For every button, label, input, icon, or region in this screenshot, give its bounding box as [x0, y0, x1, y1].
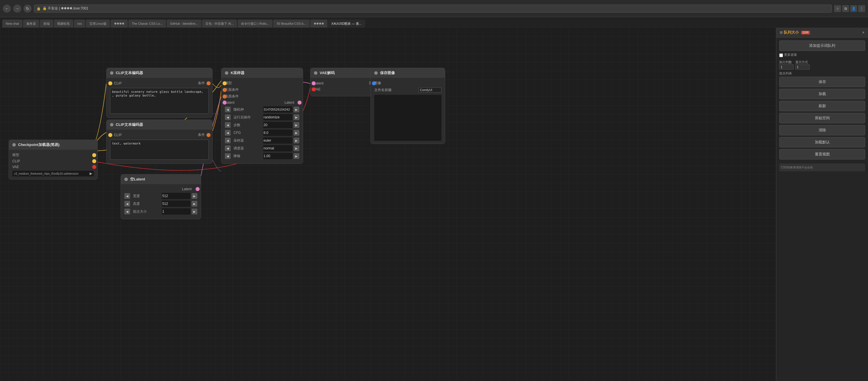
- width-dec-btn[interactable]: ◀: [124, 193, 130, 199]
- cfg-dec-btn[interactable]: ◀: [225, 130, 230, 136]
- save-btn[interactable]: 保存: [779, 77, 865, 87]
- paste-space-btn[interactable]: 剪贴空间: [779, 113, 865, 123]
- tab-stars[interactable]: ✱✱✱✱: [111, 20, 128, 28]
- more-options-checkbox[interactable]: [779, 54, 783, 57]
- clip-negative-prompt[interactable]: text, watermark: [110, 140, 209, 160]
- clear-btn[interactable]: 清除: [779, 125, 865, 135]
- ksampler-latent-out[interactable]: [298, 100, 302, 105]
- clip-negative-cond-out[interactable]: [207, 133, 211, 137]
- width-inc-btn[interactable]: ▶: [192, 193, 197, 199]
- tab-css[interactable]: css: [74, 20, 86, 28]
- save-image-dot: [374, 71, 378, 75]
- browser-chrome: ← → ↻ 🔒 🔒 不安全 | ✱✱✱✱.love:7001 ☆ ⧉ 👤 ⋮: [0, 0, 868, 17]
- steps-dec-btn[interactable]: ◀: [225, 122, 230, 128]
- empty-latent-out[interactable]: [195, 187, 199, 191]
- checkpoint-node: Checkpoint加载器(简易) 模型 CLIP VAE v3_medium_…: [9, 140, 98, 180]
- latent-batch-row: ◀ 批次大小 1 ▶: [124, 208, 197, 215]
- profile-btn[interactable]: 👤: [850, 5, 857, 12]
- clip-positive-clip-in[interactable]: [108, 81, 112, 85]
- checkpoint-header: Checkpoint加载器(简易): [9, 140, 97, 150]
- denoise-inc-btn[interactable]: ▶: [293, 153, 299, 159]
- batch-dec-btn[interactable]: ◀: [124, 209, 130, 214]
- checkpoint-model-port[interactable]: [92, 153, 96, 157]
- refresh-btn[interactable]: 刷新: [779, 101, 865, 111]
- scheduler-bar: normal: [263, 145, 293, 151]
- clip-positive-prompt[interactable]: beautiful scenery nature glass bottle la…: [110, 88, 209, 114]
- nav-back[interactable]: ←: [3, 5, 11, 12]
- ksampler-negative-in[interactable]: [223, 94, 227, 98]
- seed-inc-btn[interactable]: ▶: [293, 107, 299, 112]
- cfg-inc-btn[interactable]: ▶: [293, 130, 299, 136]
- canvas-area[interactable]: Checkpoint加载器(简易) 模型 CLIP VAE v3_medium_…: [0, 28, 868, 381]
- tab-new-chat[interactable]: New chat: [2, 20, 22, 28]
- checkpoint-model-row: 模型: [12, 153, 94, 157]
- load-default-btn[interactable]: 加载默认: [779, 137, 865, 147]
- latent-width-row: ◀ 宽度 512 ▶: [124, 193, 197, 199]
- denoise-dec-btn[interactable]: ◀: [225, 153, 230, 159]
- ext-btn[interactable]: ⧉: [842, 5, 849, 12]
- tab-classic-css[interactable]: The Classic CSS Lo...: [128, 20, 166, 28]
- side-panel-close[interactable]: ×: [862, 30, 865, 35]
- scheduler-dec-btn[interactable]: ◀: [225, 145, 230, 151]
- display-input[interactable]: [795, 64, 810, 69]
- csdn-note: CSD切换请谨慎不会合前: [779, 164, 865, 171]
- vae-vae-in[interactable]: [312, 87, 316, 91]
- tab-css93[interactable]: 93 Beautiful CSS b...: [273, 20, 309, 28]
- empty-latent-dot: [124, 178, 128, 181]
- sampler-bar: euler: [263, 137, 293, 144]
- save-image-in[interactable]: [372, 81, 376, 85]
- tab-doubao[interactable]: 豆包 - 抖音旗下 Al...: [202, 20, 237, 28]
- runafter-dec-btn[interactable]: ◀: [225, 114, 230, 120]
- batch-count-input[interactable]: [779, 64, 794, 69]
- load-btn[interactable]: 加载: [779, 89, 865, 99]
- more-options-row: 更多选项: [779, 53, 865, 58]
- checkpoint-vae-row: VAE: [12, 165, 94, 169]
- queue-prompt-btn[interactable]: 添加提示词队列: [779, 40, 865, 51]
- clip-negative-clip-in[interactable]: [108, 133, 112, 137]
- height-dec-btn[interactable]: ◀: [124, 201, 130, 207]
- latent-height-row: ◀ 高度 512 ▶: [124, 201, 197, 207]
- vae-latent-in[interactable]: [312, 81, 316, 85]
- ksampler-model-in[interactable]: [223, 81, 227, 85]
- ksampler-positive-in[interactable]: [223, 88, 227, 92]
- checkpoint-dot: [12, 143, 16, 147]
- sampler-dec-btn[interactable]: ◀: [225, 138, 230, 143]
- seed-dec-btn[interactable]: ◀: [225, 107, 230, 112]
- tab-baota[interactable]: 宝塔Linux版: [86, 20, 110, 28]
- tab-xauusd[interactable]: XAUUSD图表 — 黄...: [328, 20, 365, 28]
- sampler-inc-btn[interactable]: ▶: [293, 138, 299, 143]
- scheduler-inc-btn[interactable]: ▶: [293, 145, 299, 151]
- nav-forward[interactable]: →: [13, 5, 21, 12]
- tab-video[interactable]: 视频铅笔: [54, 20, 73, 28]
- tab-github[interactable]: GitHub - bleedline...: [166, 20, 202, 28]
- model-selector[interactable]: v3_medium_finetuned_clips_t5xxlfp16.safe…: [12, 171, 94, 176]
- ksampler-denoise-row: ◀ 降噪 1.00 ▶: [225, 153, 299, 159]
- side-panel-body: 添加提示词队列 更多选项 执行列数 显示方式 批次列表 保存 加载: [776, 38, 868, 381]
- steps-bar: 20: [263, 122, 293, 128]
- save-image-body: 图像 文件名前缀: [371, 78, 445, 144]
- nav-refresh[interactable]: ↻: [24, 5, 32, 12]
- tab-frontend[interactable]: 前端: [40, 20, 53, 28]
- height-inc-btn[interactable]: ▶: [192, 201, 197, 207]
- checkpoint-clip-port[interactable]: [92, 159, 96, 163]
- clip-positive-cond-out[interactable]: [207, 81, 211, 85]
- star-btn[interactable]: ☆: [834, 5, 841, 12]
- menu-btn[interactable]: ⋮: [858, 5, 865, 12]
- checkpoint-vae-port[interactable]: [92, 165, 96, 169]
- runafter-bar: randomize: [263, 114, 293, 120]
- url-bar[interactable]: 🔒 🔒 不安全 | ✱✱✱✱.love:7001: [34, 5, 832, 12]
- tab-stars2[interactable]: ✱✱✱✱: [310, 20, 328, 28]
- clip-negative-dot: [110, 123, 114, 126]
- ksampler-sampler-row: ◀ 采样器 euler ▶: [225, 137, 299, 144]
- batch-inc-btn[interactable]: ▶: [192, 209, 197, 214]
- tab-server[interactable]: 服务器: [23, 20, 39, 28]
- width-bar: 512: [162, 193, 190, 199]
- tab-cli[interactable]: 命令行接口 | Rollu...: [238, 20, 273, 28]
- save-filename-input[interactable]: [418, 87, 441, 92]
- reset-view-btn[interactable]: 重置视图: [779, 149, 865, 159]
- empty-latent-node: 空Latent Latent ◀ 宽度 512 ▶ ◀ 高度 512: [121, 174, 201, 219]
- runafter-inc-btn[interactable]: ▶: [293, 114, 299, 120]
- ksampler-latent-in[interactable]: [223, 100, 227, 105]
- ksampler-negative-row: 负面条件: [225, 94, 299, 99]
- steps-inc-btn[interactable]: ▶: [293, 122, 299, 128]
